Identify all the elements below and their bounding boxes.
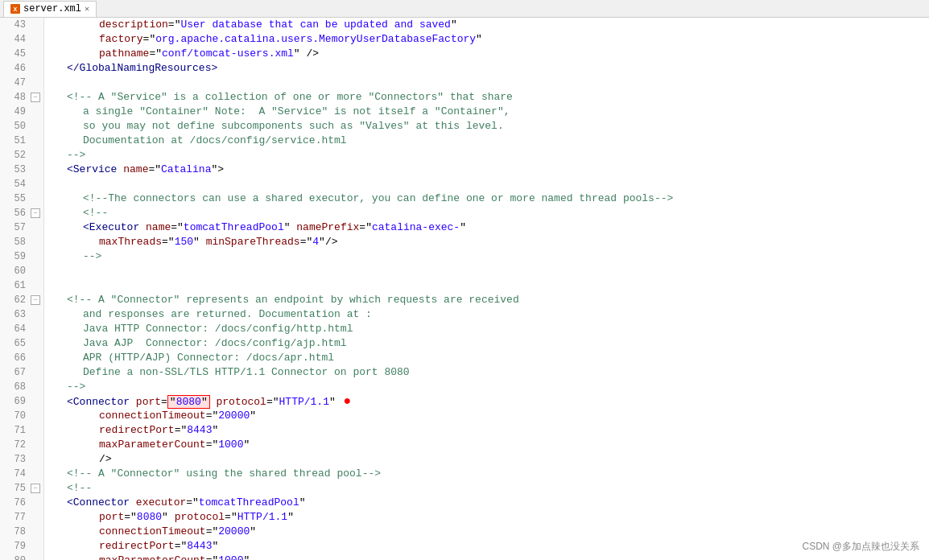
code-line: Java HTTP Connector: /docs/config/http.h… xyxy=(51,322,929,336)
code-line xyxy=(51,278,929,293)
code-line: redirectPort="8443" xyxy=(51,423,929,438)
code-line: maxParameterCount="1000" xyxy=(51,554,929,560)
line-number-row: 75− xyxy=(0,481,43,496)
line-number: 75 xyxy=(10,481,29,496)
line-number-row: 67 xyxy=(0,365,43,380)
code-line: <Connector port="8080" protocol="HTTP/1.… xyxy=(51,394,929,409)
line-number: 79 xyxy=(10,539,29,554)
line-number-row: 76 xyxy=(0,496,43,510)
line-number: 51 xyxy=(10,134,29,148)
line-number-row: 54 xyxy=(0,177,43,191)
code-line xyxy=(51,76,929,90)
code-line: /> xyxy=(51,452,929,467)
line-number-row: 69 xyxy=(0,394,43,409)
line-number-row: 73 xyxy=(0,452,43,467)
line-number: 63 xyxy=(10,307,29,322)
line-number: 66 xyxy=(10,351,29,365)
line-number-row: 43 xyxy=(0,18,43,32)
line-number-row: 68 xyxy=(0,380,43,394)
line-number: 70 xyxy=(10,409,29,423)
red-dot-marker: ● xyxy=(336,394,351,409)
line-number: 74 xyxy=(10,467,29,481)
code-line: </GlobalNamingResources> xyxy=(51,61,929,76)
line-number: 56 xyxy=(10,206,29,220)
code-line: <!-- xyxy=(51,206,929,220)
tab-server-xml[interactable]: X server.xml ✕ xyxy=(3,1,97,17)
line-numbers: 434445464748−4950515253545556−5758596061… xyxy=(0,18,44,560)
watermark: CSDN @多加点辣也没关系 xyxy=(802,540,919,554)
fold-icon[interactable]: − xyxy=(31,484,40,493)
line-number-row: 57 xyxy=(0,220,43,235)
line-number: 71 xyxy=(10,423,29,438)
line-number: 57 xyxy=(10,220,29,235)
line-number: 72 xyxy=(10,438,29,452)
line-number-row: 65 xyxy=(0,336,43,351)
code-line: --> xyxy=(51,148,929,163)
line-number-row: 56− xyxy=(0,206,43,220)
line-number: 55 xyxy=(10,191,29,206)
line-number-row: 45 xyxy=(0,47,43,61)
code-line xyxy=(51,177,929,191)
line-number-row: 72 xyxy=(0,438,43,452)
line-number: 77 xyxy=(10,510,29,525)
code-line: <!-- A "Connector" represents an endpoin… xyxy=(51,293,929,307)
line-number: 45 xyxy=(10,47,29,61)
fold-icon[interactable]: − xyxy=(31,93,40,102)
line-number: 61 xyxy=(10,278,29,293)
line-number-row: 60 xyxy=(0,264,43,278)
line-number: 76 xyxy=(10,496,29,510)
code-line: maxThreads="150" minSpareThreads="4"/> xyxy=(51,235,929,249)
tab-bar: X server.xml ✕ xyxy=(0,0,929,18)
code-line: description="User database that can be u… xyxy=(51,18,929,32)
tab-close-icon[interactable]: ✕ xyxy=(85,4,89,14)
line-number-row: 49 xyxy=(0,105,43,119)
code-line: Java AJP Connector: /docs/config/ajp.htm… xyxy=(51,336,929,351)
code-line: connectionTimeout="20000" xyxy=(51,525,929,539)
code-area[interactable]: description="User database that can be u… xyxy=(44,18,929,560)
code-line: <Connector executor="tomcatThreadPool" xyxy=(51,496,929,510)
line-number: 50 xyxy=(10,119,29,134)
line-number: 62 xyxy=(10,293,29,307)
line-number-row: 79 xyxy=(0,539,43,554)
code-line: factory="org.apache.catalina.users.Memor… xyxy=(51,32,929,47)
line-number-row: 61 xyxy=(0,278,43,293)
code-line: <Executor name="tomcatThreadPool" namePr… xyxy=(51,220,929,235)
code-line: <!-- A "Connector" using the shared thre… xyxy=(51,467,929,481)
line-number-row: 80 xyxy=(0,554,43,560)
line-number-row: 58 xyxy=(0,235,43,249)
fold-icon[interactable]: − xyxy=(31,208,40,218)
line-number-row: 52 xyxy=(0,148,43,163)
code-line: Define a non-SSL/TLS HTTP/1.1 Connector … xyxy=(51,365,929,380)
line-number-row: 44 xyxy=(0,32,43,47)
code-line: pathname="conf/tomcat-users.xml" /> xyxy=(51,47,929,61)
line-number-row: 53 xyxy=(0,163,43,177)
line-number-row: 47 xyxy=(0,76,43,90)
line-number: 68 xyxy=(10,380,29,394)
code-line: and responses are returned. Documentatio… xyxy=(51,307,929,322)
line-number: 53 xyxy=(10,163,29,177)
code-line: --> xyxy=(51,249,929,264)
line-number-row: 63 xyxy=(0,307,43,322)
code-line: --> xyxy=(51,380,929,394)
code-line: APR (HTTP/AJP) Connector: /docs/apr.html xyxy=(51,351,929,365)
code-line xyxy=(51,264,929,278)
line-number: 59 xyxy=(10,249,29,264)
line-number: 52 xyxy=(10,148,29,163)
line-number: 80 xyxy=(10,554,29,560)
line-number: 67 xyxy=(10,365,29,380)
line-number: 46 xyxy=(10,61,29,76)
code-line: port="8080" protocol="HTTP/1.1" xyxy=(51,510,929,525)
code-line: maxParameterCount="1000" xyxy=(51,438,929,452)
editor-container: 434445464748−4950515253545556−5758596061… xyxy=(0,18,929,560)
code-line: <!--The connectors can use a shared exec… xyxy=(51,191,929,206)
line-number-row: 46 xyxy=(0,61,43,76)
line-number: 73 xyxy=(10,452,29,467)
line-number-row: 77 xyxy=(0,510,43,525)
line-number: 60 xyxy=(10,264,29,278)
code-line: <!-- A "Service" is a collection of one … xyxy=(51,90,929,105)
line-number-row: 70 xyxy=(0,409,43,423)
line-number: 64 xyxy=(10,322,29,336)
line-number-row: 62− xyxy=(0,293,43,307)
code-line: a single "Container" Note: A "Service" i… xyxy=(51,105,929,119)
fold-icon[interactable]: − xyxy=(31,295,40,305)
